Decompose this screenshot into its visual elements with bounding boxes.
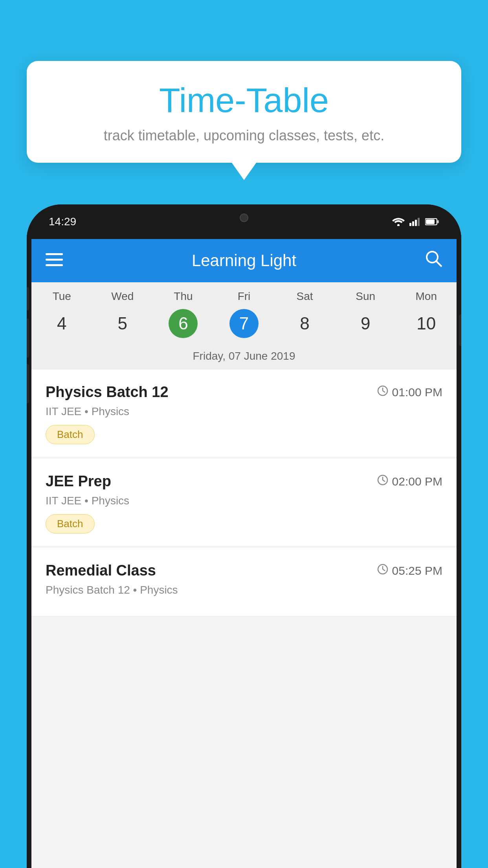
date-10[interactable]: 10 bbox=[396, 309, 457, 338]
status-bar: 14:29 bbox=[27, 204, 461, 239]
schedule-item-jee-prep[interactable]: JEE Prep 02:00 PM bbox=[31, 459, 457, 546]
date-9[interactable]: 9 bbox=[335, 309, 396, 338]
day-numbers-row: 4 5 6 7 8 9 10 bbox=[31, 306, 457, 346]
power-button bbox=[459, 314, 461, 346]
signal-icon bbox=[409, 217, 420, 226]
schedule-time-3: 05:25 PM bbox=[377, 564, 442, 577]
day-tue[interactable]: Tue bbox=[31, 290, 92, 303]
status-icons bbox=[392, 217, 439, 226]
batch-tag-2: Batch bbox=[46, 514, 95, 533]
svg-rect-10 bbox=[46, 264, 63, 266]
date-7-selected[interactable]: 7 bbox=[214, 309, 275, 338]
battery-icon bbox=[425, 218, 439, 226]
schedule-subtitle-3: Physics Batch 12 • Physics bbox=[46, 584, 442, 596]
schedule-item-remedial[interactable]: Remedial Class 05:25 PM bbox=[31, 548, 457, 616]
app-bar: Learning Light bbox=[31, 239, 457, 282]
clock-icon-1 bbox=[377, 385, 388, 399]
svg-line-15 bbox=[383, 391, 385, 392]
schedule-list: Physics Batch 12 01:00 PM bbox=[31, 370, 457, 618]
svg-point-0 bbox=[397, 224, 400, 226]
schedule-item-header-2: JEE Prep 02:00 PM bbox=[46, 473, 442, 490]
wifi-icon bbox=[392, 217, 405, 226]
day-wed[interactable]: Wed bbox=[92, 290, 153, 303]
phone-container: 14:29 bbox=[27, 204, 461, 868]
clock-icon-3 bbox=[377, 564, 388, 577]
clock-icon-2 bbox=[377, 474, 388, 488]
svg-line-12 bbox=[436, 261, 442, 267]
date-6-today[interactable]: 6 bbox=[153, 309, 214, 338]
calendar-section: Tue Wed Thu Fri Sat Sun Mon 4 5 6 7 8 9 … bbox=[31, 282, 457, 370]
schedule-time-1: 01:00 PM bbox=[377, 385, 442, 399]
tooltip-subtitle: track timetable, upcoming classes, tests… bbox=[50, 127, 438, 144]
schedule-item-physics-batch[interactable]: Physics Batch 12 01:00 PM bbox=[31, 370, 457, 457]
phone-frame: 14:29 bbox=[27, 204, 461, 868]
search-button[interactable] bbox=[425, 250, 442, 271]
schedule-item-header-1: Physics Batch 12 01:00 PM bbox=[46, 384, 442, 401]
schedule-subtitle-1: IIT JEE • Physics bbox=[46, 405, 442, 418]
svg-rect-3 bbox=[415, 220, 417, 226]
status-time: 14:29 bbox=[49, 215, 76, 228]
date-5[interactable]: 5 bbox=[92, 309, 153, 338]
day-thu[interactable]: Thu bbox=[153, 290, 214, 303]
date-4[interactable]: 4 bbox=[31, 309, 92, 338]
day-mon[interactable]: Mon bbox=[396, 290, 457, 303]
bixby-button bbox=[27, 364, 29, 403]
svg-point-11 bbox=[427, 252, 438, 263]
schedule-title-2: JEE Prep bbox=[46, 473, 111, 490]
tooltip-card: Time-Table track timetable, upcoming cla… bbox=[27, 61, 461, 163]
volume-up-button bbox=[27, 287, 29, 311]
schedule-time-2: 02:00 PM bbox=[377, 474, 442, 488]
svg-line-21 bbox=[383, 569, 385, 571]
day-sat[interactable]: Sat bbox=[274, 290, 335, 303]
svg-rect-8 bbox=[46, 253, 63, 255]
menu-button[interactable] bbox=[46, 251, 63, 270]
svg-rect-1 bbox=[409, 223, 411, 226]
date-8[interactable]: 8 bbox=[274, 309, 335, 338]
selected-date-label: Friday, 07 June 2019 bbox=[31, 346, 457, 370]
notch bbox=[209, 204, 279, 231]
svg-rect-2 bbox=[412, 221, 414, 226]
svg-rect-6 bbox=[426, 219, 435, 224]
svg-rect-9 bbox=[46, 259, 63, 261]
tooltip-title: Time-Table bbox=[50, 81, 438, 120]
svg-rect-7 bbox=[437, 220, 439, 223]
svg-rect-4 bbox=[418, 218, 420, 226]
phone-screen: Learning Light Tue Wed Thu Fri Sat Sun bbox=[31, 239, 457, 868]
svg-line-18 bbox=[383, 480, 385, 482]
volume-down-button bbox=[27, 318, 29, 358]
day-names-row: Tue Wed Thu Fri Sat Sun Mon bbox=[31, 282, 457, 306]
schedule-title-1: Physics Batch 12 bbox=[46, 384, 169, 401]
batch-tag-1: Batch bbox=[46, 425, 95, 444]
schedule-subtitle-2: IIT JEE • Physics bbox=[46, 495, 442, 507]
day-fri[interactable]: Fri bbox=[214, 290, 275, 303]
schedule-title-3: Remedial Class bbox=[46, 562, 156, 579]
app-title: Learning Light bbox=[63, 251, 425, 270]
day-sun[interactable]: Sun bbox=[335, 290, 396, 303]
schedule-item-header-3: Remedial Class 05:25 PM bbox=[46, 562, 442, 579]
camera bbox=[240, 213, 248, 222]
